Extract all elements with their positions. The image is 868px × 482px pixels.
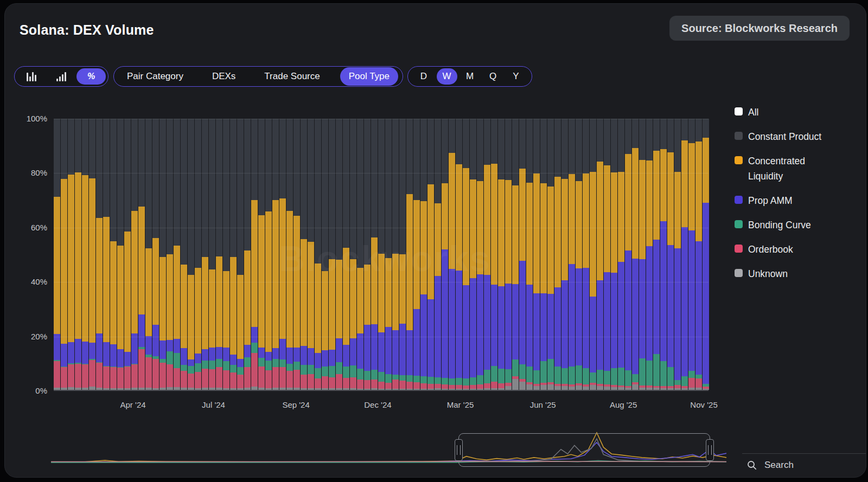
stacked-bar-week[interactable] [223,119,229,390]
filter-tab-pair-category[interactable]: Pair Category [118,67,192,86]
stacked-bar-week[interactable] [470,119,476,390]
search-input[interactable] [763,459,841,471]
stacked-bar-week[interactable] [103,119,110,390]
stacked-bar-week[interactable] [89,119,95,390]
stacked-bar-week[interactable] [209,119,215,390]
stacked-bar-week[interactable] [96,119,103,390]
stacked-bar-week[interactable] [674,119,681,390]
stacked-bar-week[interactable] [406,119,413,390]
stacked-bar-week[interactable] [519,119,526,390]
legend-item-concentrated-liquidity[interactable]: Concentrated Liquidity [735,153,838,184]
filter-tab-trade-source[interactable]: Trade Source [256,67,328,86]
stacked-bar-week[interactable] [611,119,617,390]
stacked-bar-week[interactable] [625,119,631,390]
stacked-bar-week[interactable] [639,119,646,390]
minimap-navigator[interactable] [51,428,726,471]
stacked-bar-week[interactable] [279,119,286,390]
legend-item-orderbook[interactable]: Orderbook [735,242,838,257]
legend-item-prop-amm[interactable]: Prop AMM [735,193,838,208]
stacked-bar-week[interactable] [456,119,462,390]
legend-item-all[interactable]: All [735,105,838,120]
stacked-bar-week[interactable] [449,119,455,390]
stacked-bar-week[interactable] [54,119,60,390]
stacked-bar-week[interactable] [597,119,603,390]
stacked-bar-week[interactable] [484,119,490,390]
bar-chart-button[interactable] [17,68,46,85]
stacked-bar-week[interactable] [315,119,321,390]
stacked-bar-week[interactable] [159,119,166,390]
stacked-bar-week[interactable] [667,119,674,390]
stacked-bar-week[interactable] [167,119,173,390]
stacked-bar-week[interactable] [329,119,335,390]
stacked-bar-week[interactable] [533,119,540,390]
stacked-bar-week[interactable] [244,119,251,390]
stacked-bar-week[interactable] [117,119,124,390]
stacked-bar-week[interactable] [357,119,363,390]
stacked-bar-week[interactable] [308,119,314,390]
stacked-bar-week[interactable] [385,119,392,390]
timeframe-m[interactable]: M [459,68,480,85]
stacked-bar-week[interactable] [152,119,159,390]
stacked-bar-week[interactable] [512,119,519,390]
stacked-bar-week[interactable] [576,119,582,390]
stacked-bar-week[interactable] [660,119,667,390]
brush-selection[interactable] [458,433,710,467]
stacked-bar-week[interactable] [258,119,265,390]
stacked-bar-week[interactable] [82,119,88,390]
stacked-bar-week[interactable] [145,119,152,390]
stacked-bar-week[interactable] [251,119,258,390]
timeframe-y[interactable]: Y [506,68,526,85]
stacked-bar-week[interactable] [61,119,67,390]
stacked-bar-week[interactable] [216,119,222,390]
stacked-bar-week[interactable] [540,119,547,390]
stacked-bar-week[interactable] [181,119,187,390]
stacked-bar-chart-button[interactable] [47,68,76,85]
stacked-bar-week[interactable] [371,119,378,390]
stacked-bar-week[interactable] [646,119,653,390]
stacked-bar-week[interactable] [188,119,194,390]
stacked-bar-week[interactable] [463,119,469,390]
stacked-bar-week[interactable] [230,119,237,390]
stacked-bar-week[interactable] [399,119,406,390]
stacked-bar-week[interactable] [604,119,610,390]
timeframe-d[interactable]: D [413,68,434,85]
stacked-bar-week[interactable] [561,119,568,390]
stacked-bar-week[interactable] [378,119,385,390]
stacked-bar-week[interactable] [75,119,81,390]
stacked-bar-week[interactable] [547,119,554,390]
stacked-bar-week[interactable] [202,119,208,390]
stacked-bar-week[interactable] [68,119,74,390]
stacked-bar-week[interactable] [427,119,434,390]
stacked-bar-week[interactable] [435,119,441,390]
stacked-bar-week[interactable] [343,119,349,390]
stacked-bar-week[interactable] [336,119,342,390]
stacked-bar-week[interactable] [477,119,483,390]
legend-item-unknown[interactable]: Unknown [735,266,838,281]
filter-tab-pool-type[interactable]: Pool Type [340,67,398,86]
stacked-bar-week[interactable] [442,119,448,390]
timeframe-w[interactable]: W [437,68,457,85]
stacked-bar-week[interactable] [618,119,624,390]
stacked-bar-week[interactable] [590,119,596,390]
stacked-bar-week[interactable] [653,119,660,390]
brush-handle-right[interactable] [706,439,714,461]
stacked-bar-week[interactable] [138,119,145,390]
stacked-bar-week[interactable] [413,119,420,390]
stacked-bar-week[interactable] [703,119,709,390]
stacked-bar-week[interactable] [286,119,293,390]
legend-item-constant-product[interactable]: Constant Product [735,129,838,144]
brush-handle-left[interactable] [455,439,463,461]
stacked-bar-week[interactable] [237,119,244,390]
timeframe-q[interactable]: Q [483,68,503,85]
stacked-bar-week[interactable] [688,119,695,390]
stacked-bar-week[interactable] [526,119,533,390]
filter-tab-dexs[interactable]: DEXs [203,67,244,86]
stacked-bar-week[interactable] [420,119,427,390]
stacked-bar-week[interactable] [195,119,201,390]
stacked-bar-week[interactable] [350,119,356,390]
stacked-bar-week[interactable] [124,119,131,390]
stacked-bar-week[interactable] [322,119,328,390]
legend-item-bonding-curve[interactable]: Bonding Curve [735,217,838,233]
stacked-bar-week[interactable] [491,119,497,390]
stacked-bar-week[interactable] [131,119,138,390]
